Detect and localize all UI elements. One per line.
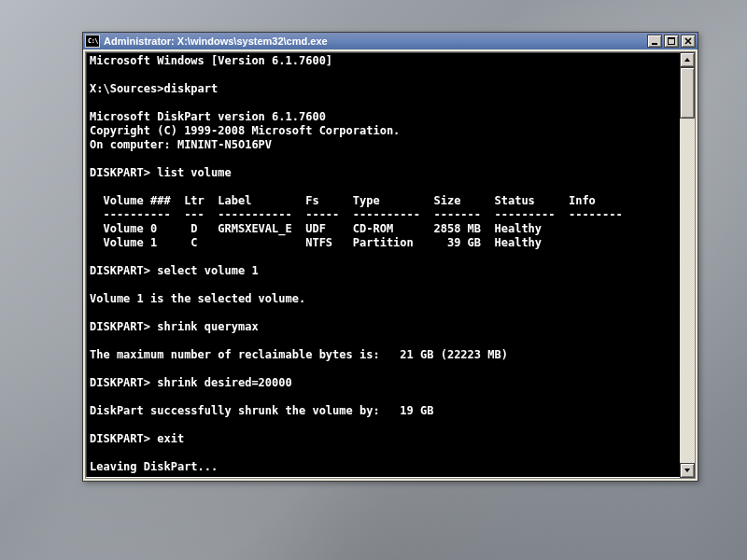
- scroll-track[interactable]: [680, 67, 695, 463]
- term-line: DiskPart successfully shrunk the volume …: [90, 404, 678, 418]
- terminal-output[interactable]: Microsoft Windows [Version 6.1.7600]X:\S…: [90, 54, 678, 476]
- desktop-background: C:\ Administrator: X:\windows\system32\c…: [0, 0, 747, 560]
- minimize-button[interactable]: [647, 35, 662, 48]
- window-title: Administrator: X:\windows\system32\cmd.e…: [104, 35, 645, 47]
- term-line: [90, 152, 678, 166]
- term-line: DISKPART> list volume: [90, 166, 678, 180]
- svg-marker-6: [684, 469, 690, 472]
- cmd-window: C:\ Administrator: X:\windows\system32\c…: [82, 32, 698, 482]
- cmd-icon: C:\: [85, 35, 100, 48]
- term-line: Microsoft Windows [Version 6.1.7600]: [90, 54, 678, 68]
- terminal-client: Microsoft Windows [Version 6.1.7600]X:\S…: [85, 51, 696, 479]
- term-line: DISKPART> shrink querymax: [90, 320, 678, 334]
- term-line: Volume 1 is the selected volume.: [90, 292, 678, 306]
- term-line: [90, 390, 678, 404]
- term-line: [90, 474, 678, 479]
- term-line: [90, 278, 678, 292]
- term-line: Microsoft DiskPart version 6.1.7600: [90, 110, 678, 124]
- svg-rect-0: [652, 43, 657, 45]
- term-line: Leaving DiskPart...: [90, 460, 678, 474]
- term-line: [90, 180, 678, 194]
- term-line: X:\Sources>diskpart: [90, 82, 678, 96]
- term-line: [90, 334, 678, 348]
- svg-rect-2: [668, 37, 675, 39]
- term-line: [90, 250, 678, 264]
- scroll-down-button[interactable]: [680, 463, 695, 478]
- term-line: [90, 418, 678, 432]
- window-controls: [645, 35, 696, 48]
- term-line: [90, 446, 678, 460]
- term-line: The maximum number of reclaimable bytes …: [90, 348, 678, 362]
- titlebar[interactable]: C:\ Administrator: X:\windows\system32\c…: [83, 33, 698, 49]
- term-line: ---------- --- ----------- ----- -------…: [90, 208, 678, 222]
- term-line: Volume 1 C NTFS Partition 39 GB Healthy: [90, 236, 678, 250]
- term-line: [90, 362, 678, 376]
- term-line: DISKPART> exit: [90, 432, 678, 446]
- term-line: On computer: MININT-N5O16PV: [90, 138, 678, 152]
- term-line: [90, 306, 678, 320]
- term-line: Volume ### Ltr Label Fs Type Size Status…: [90, 194, 678, 208]
- scroll-thumb[interactable]: [680, 67, 695, 119]
- maximize-button[interactable]: [664, 35, 679, 48]
- term-line: Volume 0 D GRMSXEVAL_E UDF CD-ROM 2858 M…: [90, 222, 678, 236]
- term-line: DISKPART> select volume 1: [90, 264, 678, 278]
- term-line: DISKPART> shrink desired=20000: [90, 376, 678, 390]
- term-line: [90, 68, 678, 82]
- vertical-scrollbar[interactable]: [680, 52, 695, 478]
- scroll-up-button[interactable]: [680, 52, 695, 67]
- close-button[interactable]: [681, 35, 696, 48]
- svg-marker-5: [684, 58, 690, 62]
- term-line: Copyright (C) 1999-2008 Microsoft Corpor…: [90, 124, 678, 138]
- term-line: [90, 96, 678, 110]
